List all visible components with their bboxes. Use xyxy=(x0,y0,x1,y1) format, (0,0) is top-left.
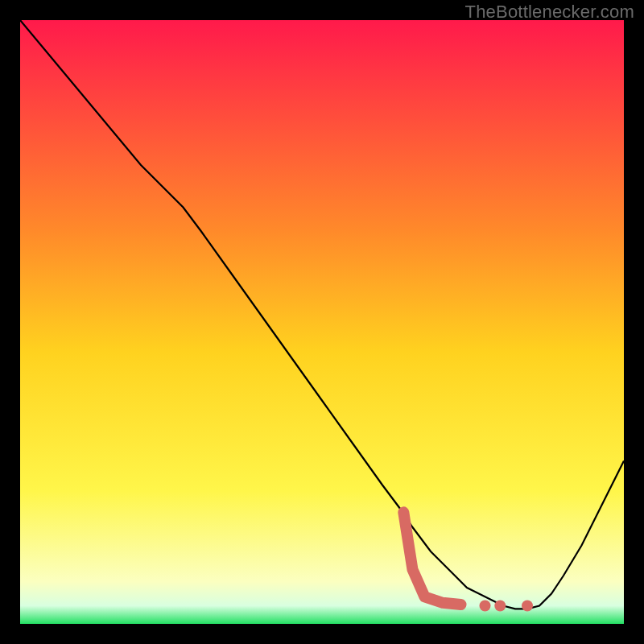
dot-e xyxy=(480,601,491,612)
chart-frame xyxy=(20,20,624,624)
dot-g xyxy=(522,601,533,612)
gradient-background xyxy=(20,20,624,624)
dot-f xyxy=(494,601,506,612)
bottleneck-chart xyxy=(20,20,624,624)
